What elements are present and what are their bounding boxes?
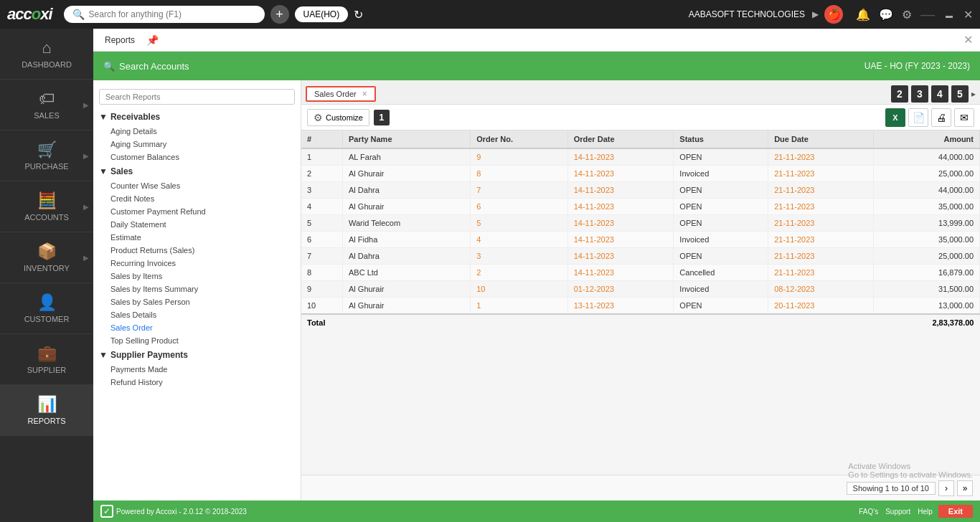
tab-num-2[interactable]: 2: [891, 85, 908, 103]
add-button[interactable]: +: [270, 5, 289, 24]
report-item-customer-balances[interactable]: Customer Balances: [93, 151, 301, 163]
cell-order-date[interactable]: 14-11-2023: [567, 215, 674, 232]
search-reports-container[interactable]: [93, 85, 301, 109]
cell-order-date[interactable]: 14-11-2023: [567, 248, 674, 265]
cell-order-date[interactable]: 13-11-2023: [567, 298, 674, 315]
print-button[interactable]: 🖨: [931, 108, 951, 127]
search-accounts-button[interactable]: 🔍 Search Accounts: [103, 61, 189, 72]
more-tabs-icon[interactable]: ▸: [971, 89, 976, 99]
refresh-icon[interactable]: ↻: [354, 8, 363, 22]
cell-due-date[interactable]: 21-11-2023: [768, 232, 874, 248]
report-item-sales-by-sales-person[interactable]: Sales by Sales Person: [93, 295, 301, 308]
tab-sales-order[interactable]: Sales Order ×: [306, 86, 376, 102]
cell-order-date[interactable]: 14-11-2023: [567, 166, 674, 182]
cell-order-date[interactable]: 14-11-2023: [567, 199, 674, 215]
report-item-credit-notes[interactable]: Credit Notes: [93, 192, 301, 205]
cell-num: 7: [301, 248, 342, 265]
cell-due-date[interactable]: 21-11-2023: [768, 248, 874, 265]
category-sales[interactable]: ▼ Sales: [93, 163, 301, 179]
excel-export-button[interactable]: X: [885, 108, 905, 127]
cell-order-no[interactable]: 3: [471, 248, 567, 265]
last-page-button[interactable]: »: [957, 480, 973, 496]
location-bar[interactable]: UAE(HO): [295, 6, 349, 22]
report-item-product-returns[interactable]: Product Returns (Sales): [93, 244, 301, 257]
exit-button[interactable]: Exit: [938, 505, 973, 518]
report-item-sales-order[interactable]: Sales Order: [93, 321, 301, 334]
cell-order-date[interactable]: 01-12-2023: [567, 281, 674, 298]
minimize-icon[interactable]: 🗕: [943, 8, 955, 21]
table-row: 1 AL Farah 9 14-11-2023 OPEN 21-11-2023 …: [301, 148, 980, 166]
cell-due-date[interactable]: 21-11-2023: [768, 148, 874, 166]
table-row: 10 Al Ghurair 1 13-11-2023 OPEN 20-11-20…: [301, 298, 980, 315]
faq-link[interactable]: FAQ's: [859, 508, 878, 516]
cell-due-date[interactable]: 21-11-2023: [768, 199, 874, 215]
tab-num-3[interactable]: 3: [911, 85, 928, 103]
table-row: 8 ABC Ltd 2 14-11-2023 Cancelled 21-11-2…: [301, 265, 980, 281]
sidebar-item-inventory[interactable]: 📦 INVENTORY ▶: [0, 232, 93, 283]
pdf-export-button[interactable]: 📄: [908, 108, 928, 127]
report-item-estimate[interactable]: Estimate: [93, 231, 301, 244]
cell-order-no[interactable]: 1: [471, 298, 567, 315]
avatar[interactable]: 🍎: [824, 5, 843, 24]
search-reports-input[interactable]: [99, 89, 295, 105]
report-item-counter-wise-sales[interactable]: Counter Wise Sales: [93, 179, 301, 192]
report-item-daily-statement[interactable]: Daily Statement: [93, 218, 301, 231]
category-supplier-payments[interactable]: ▼ Supplier Payments: [93, 347, 301, 363]
cell-order-no[interactable]: 6: [471, 199, 567, 215]
chat-icon[interactable]: 💬: [879, 8, 893, 22]
sidebar-item-dashboard[interactable]: ⌂ DASHBOARD: [0, 29, 93, 80]
tab-num-5[interactable]: 5: [951, 85, 969, 103]
global-search-bar[interactable]: 🔍: [64, 6, 265, 23]
report-item-recurring-invoices[interactable]: Recurring Invoices: [93, 257, 301, 270]
report-item-customer-payment-refund[interactable]: Customer Payment Refund: [93, 205, 301, 218]
sidebar-item-customer[interactable]: 👤 CUSTOMER: [0, 283, 93, 334]
cell-due-date[interactable]: 21-11-2023: [768, 182, 874, 199]
tab-close-icon[interactable]: ×: [362, 89, 367, 99]
close-reports-icon[interactable]: ✕: [963, 33, 973, 47]
cell-order-no[interactable]: 5: [471, 215, 567, 232]
global-search-input[interactable]: [89, 9, 247, 19]
reports-tab[interactable]: Reports: [100, 29, 139, 52]
cell-due-date[interactable]: 20-11-2023: [768, 298, 874, 315]
pin-icon[interactable]: 📌: [146, 34, 159, 46]
report-item-sales-details[interactable]: Sales Details: [93, 308, 301, 321]
cell-order-date[interactable]: 14-11-2023: [567, 232, 674, 248]
help-link[interactable]: Help: [918, 508, 933, 516]
report-item-sales-by-items[interactable]: Sales by Items: [93, 270, 301, 283]
next-page-button[interactable]: ›: [938, 480, 954, 496]
cell-order-date[interactable]: 14-11-2023: [567, 148, 674, 166]
report-item-payments-made[interactable]: Payments Made: [93, 363, 301, 376]
customize-button[interactable]: ⚙ Customize: [307, 109, 369, 126]
cell-order-date[interactable]: 14-11-2023: [567, 182, 674, 199]
report-item-sales-by-items-summary[interactable]: Sales by Items Summary: [93, 283, 301, 295]
report-item-top-selling[interactable]: Top Selling Product: [93, 334, 301, 347]
settings-icon[interactable]: ⚙: [902, 8, 912, 22]
report-item-refund-history[interactable]: Refund History: [93, 376, 301, 389]
close-icon[interactable]: ✕: [963, 8, 973, 22]
dashboard-icon: ⌂: [42, 39, 51, 57]
cell-order-no[interactable]: 9: [471, 148, 567, 166]
sidebar-item-sales[interactable]: 🏷 SALES ▶: [0, 80, 93, 130]
sidebar-item-label: INVENTORY: [24, 264, 70, 272]
support-link[interactable]: Support: [885, 508, 910, 516]
cell-order-no[interactable]: 10: [471, 281, 567, 298]
cell-order-no[interactable]: 8: [471, 166, 567, 182]
sidebar-item-supplier[interactable]: 💼 SUPPLIER: [0, 334, 93, 385]
cell-due-date[interactable]: 21-11-2023: [768, 166, 874, 182]
email-button[interactable]: ✉: [954, 108, 974, 127]
tab-num-4[interactable]: 4: [931, 85, 948, 103]
sidebar-item-accounts[interactable]: 🧮 ACCOUNTS ▶: [0, 181, 93, 232]
sidebar-item-purchase[interactable]: 🛒 PURCHASE ▶: [0, 130, 93, 181]
cell-order-no[interactable]: 7: [471, 182, 567, 199]
cell-order-date[interactable]: 14-11-2023: [567, 265, 674, 281]
cell-due-date[interactable]: 08-12-2023: [768, 281, 874, 298]
cell-due-date[interactable]: 21-11-2023: [768, 265, 874, 281]
sidebar-item-reports[interactable]: 📊 REPORTS: [0, 385, 93, 436]
cell-order-no[interactable]: 2: [471, 265, 567, 281]
report-item-aging-details[interactable]: Aging Details: [93, 125, 301, 138]
category-receivables[interactable]: ▼ Receivables: [93, 109, 301, 125]
cell-due-date[interactable]: 21-11-2023: [768, 215, 874, 232]
cell-order-no[interactable]: 4: [471, 232, 567, 248]
notifications-icon[interactable]: 🔔: [856, 8, 870, 22]
report-item-aging-summary[interactable]: Aging Summary: [93, 138, 301, 151]
